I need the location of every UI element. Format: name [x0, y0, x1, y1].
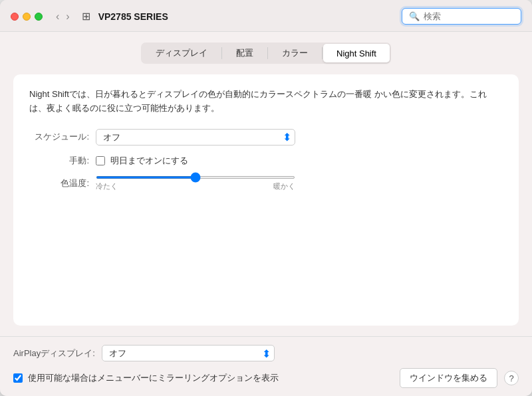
airplay-row: AirPlayディスプレイ: オフ オン ⬍: [13, 345, 519, 361]
mirror-checkbox[interactable]: [13, 373, 23, 383]
bottom-buttons: ウインドウを集める ?: [400, 368, 519, 388]
manual-checkbox-label: 明日までオンにする: [110, 155, 188, 167]
maximize-button[interactable]: [35, 13, 43, 21]
airplay-select[interactable]: オフ オン: [102, 345, 275, 361]
tab-divider-2: [267, 47, 268, 59]
mirror-row: 使用可能な場合はメニューバーにミラーリングオプションを表示: [13, 372, 279, 384]
temp-cold-label: 冷たく: [96, 181, 118, 191]
back-button[interactable]: ‹: [53, 9, 62, 24]
window-title: VP2785 SERIES: [98, 11, 396, 22]
tabs-container: ディスプレイ 配置 カラー Night Shift: [13, 43, 519, 64]
close-button[interactable]: [11, 13, 19, 21]
schedule-label: スケジュール:: [29, 131, 89, 143]
minimize-button[interactable]: [23, 13, 31, 21]
content-area: ディスプレイ 配置 カラー Night Shift Night Shiftでは、…: [0, 32, 532, 336]
tab-divider-3: [322, 47, 323, 59]
search-icon: 🔍: [409, 11, 420, 21]
settings-panel: Night Shiftでは、日が暮れるとディスプレイの色が自動的にカラースペクト…: [13, 74, 519, 326]
bottom-section: AirPlayディスプレイ: オフ オン ⬍ 使用可能な場合はメニューバーにミラ…: [0, 336, 532, 396]
manual-row: 手動: 明日までオンにする: [29, 155, 503, 167]
traffic-lights: [11, 13, 43, 21]
search-input[interactable]: [424, 11, 514, 21]
bottom-row: 使用可能な場合はメニューバーにミラーリングオプションを表示 ウインドウを集める …: [13, 368, 519, 388]
search-box[interactable]: 🔍: [402, 8, 521, 25]
description-text: Night Shiftでは、日が暮れるとディスプレイの色が自動的にカラースペクト…: [29, 88, 503, 116]
airplay-select-wrapper: オフ オン ⬍: [102, 345, 275, 361]
slider-labels: 冷たく 暖かく: [96, 181, 295, 191]
main-window: ‹ › ⊞ VP2785 SERIES 🔍 ディスプレイ 配置 カラー Nigh…: [0, 0, 532, 396]
collect-windows-button[interactable]: ウインドウを集める: [400, 368, 497, 388]
grid-icon: ⊞: [82, 10, 90, 23]
help-button[interactable]: ?: [504, 371, 519, 385]
nav-buttons: ‹ ›: [53, 9, 72, 24]
titlebar: ‹ › ⊞ VP2785 SERIES 🔍: [0, 0, 532, 32]
mirror-label: 使用可能な場合はメニューバーにミラーリングオプションを表示: [28, 372, 279, 384]
temp-slider[interactable]: [96, 176, 295, 179]
temp-warm-label: 暖かく: [273, 181, 295, 191]
tab-display[interactable]: ディスプレイ: [142, 44, 221, 62]
temp-label: 色温度:: [29, 177, 89, 189]
manual-checkbox[interactable]: [96, 156, 105, 165]
tab-group: ディスプレイ 配置 カラー Night Shift: [141, 43, 391, 64]
temp-row: 色温度: 冷たく 暖かく: [29, 176, 503, 191]
manual-label: 手動:: [29, 155, 89, 167]
forward-button[interactable]: ›: [63, 9, 72, 24]
slider-wrapper: 冷たく 暖かく: [96, 176, 295, 191]
schedule-select[interactable]: オフ 日の出から日没まで カスタム: [96, 129, 295, 146]
tab-arrangement[interactable]: 配置: [223, 44, 267, 62]
schedule-row: スケジュール: オフ 日の出から日没まで カスタム ⬍: [29, 129, 503, 146]
tab-nightshift[interactable]: Night Shift: [323, 44, 390, 62]
schedule-select-wrapper: オフ 日の出から日没まで カスタム ⬍: [96, 129, 295, 146]
tab-divider-1: [221, 47, 222, 59]
manual-checkbox-wrapper: 明日までオンにする: [96, 155, 188, 167]
airplay-label: AirPlayディスプレイ:: [13, 347, 95, 359]
tab-color[interactable]: カラー: [269, 44, 321, 62]
